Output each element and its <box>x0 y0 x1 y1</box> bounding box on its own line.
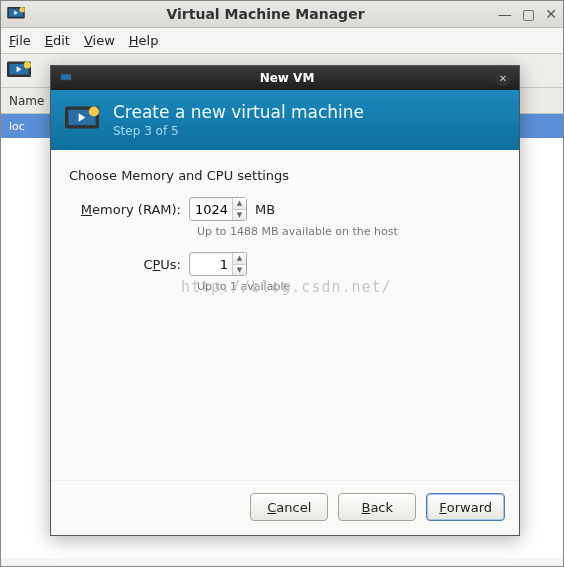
dialog-button-bar: Cancel Back Forward <box>51 480 519 535</box>
svg-point-13 <box>89 106 99 116</box>
menubar: File Edit View Help <box>1 28 563 54</box>
new-vm-dialog: New VM ✕ Create a new virtual machine St… <box>50 65 520 536</box>
section-label: Choose Memory and CPU settings <box>69 168 501 183</box>
cancel-button[interactable]: Cancel <box>250 493 328 521</box>
back-button[interactable]: Back <box>338 493 416 521</box>
dialog-close-icon[interactable]: ✕ <box>495 70 511 86</box>
memory-label: Memory (RAM): <box>69 202 189 217</box>
menu-view[interactable]: View <box>84 33 115 48</box>
cpus-spinbox[interactable]: ▲ ▼ <box>189 252 247 276</box>
main-titlebar: Virtual Machine Manager — ▢ ✕ <box>1 1 563 28</box>
minimize-icon[interactable]: — <box>498 6 512 22</box>
close-icon[interactable]: ✕ <box>545 6 557 22</box>
cpus-row: CPUs: ▲ ▼ <box>69 252 501 276</box>
memory-spinbox[interactable]: ▲ ▼ <box>189 197 247 221</box>
memory-spin-up-icon[interactable]: ▲ <box>233 198 246 210</box>
svg-point-3 <box>20 7 25 12</box>
dialog-app-icon <box>59 73 73 83</box>
watermark-text: http://blog.csdn.net/ <box>181 278 392 296</box>
memory-input[interactable] <box>190 198 232 220</box>
memory-spin-down-icon[interactable]: ▼ <box>233 210 246 221</box>
memory-unit: MB <box>255 202 275 217</box>
memory-hint: Up to 1488 MB available on the host <box>197 225 501 238</box>
window-title: Virtual Machine Manager <box>33 6 498 22</box>
dialog-title: New VM <box>79 71 495 85</box>
cpus-spin-up-icon[interactable]: ▲ <box>233 253 246 265</box>
svg-point-7 <box>24 61 31 68</box>
dialog-body: Choose Memory and CPU settings Memory (R… <box>51 150 519 480</box>
window-controls: — ▢ ✕ <box>498 6 557 22</box>
wizard-step-label: Step 3 of 5 <box>113 124 364 138</box>
dialog-header: Create a new virtual machine Step 3 of 5 <box>51 90 519 150</box>
app-icon <box>7 7 25 21</box>
menu-file[interactable]: File <box>9 33 31 48</box>
cpus-spin-down-icon[interactable]: ▼ <box>233 265 246 276</box>
maximize-icon[interactable]: ▢ <box>522 6 535 22</box>
svg-rect-9 <box>61 74 71 80</box>
forward-button[interactable]: Forward <box>426 493 505 521</box>
menu-help[interactable]: Help <box>129 33 159 48</box>
memory-row: Memory (RAM): ▲ ▼ MB <box>69 197 501 221</box>
wizard-title: Create a new virtual machine <box>113 102 364 122</box>
cpus-label: CPUs: <box>69 257 189 272</box>
menu-edit[interactable]: Edit <box>45 33 70 48</box>
wizard-icon <box>65 106 99 134</box>
dialog-titlebar[interactable]: New VM ✕ <box>51 66 519 90</box>
new-vm-toolbar-icon[interactable] <box>7 61 31 81</box>
cpus-input[interactable] <box>190 253 232 275</box>
